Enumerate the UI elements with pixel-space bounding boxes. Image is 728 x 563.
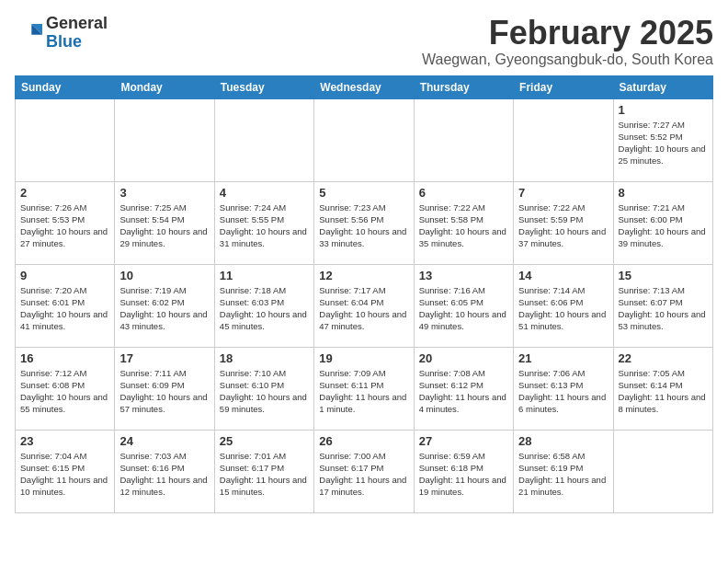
day-info: Sunrise: 7:06 AM Sunset: 6:13 PM Dayligh…	[518, 367, 608, 416]
day-number: 20	[419, 351, 508, 365]
day-info: Sunrise: 7:27 AM Sunset: 5:52 PM Dayligh…	[619, 119, 708, 167]
day-info: Sunrise: 6:59 AM Sunset: 6:18 PM Dayligh…	[419, 450, 508, 499]
day-info: Sunrise: 7:05 AM Sunset: 6:14 PM Dayligh…	[619, 367, 708, 416]
day-cell: 2Sunrise: 7:26 AM Sunset: 5:53 PM Daylig…	[16, 181, 115, 264]
day-info: Sunrise: 7:21 AM Sunset: 6:00 PM Dayligh…	[619, 201, 708, 250]
day-number: 14	[518, 269, 608, 282]
day-info: Sunrise: 7:23 AM Sunset: 5:56 PM Dayligh…	[319, 201, 408, 250]
weekday-header-tuesday: Tuesday	[214, 75, 313, 98]
day-cell: 20Sunrise: 7:08 AM Sunset: 6:12 PM Dayli…	[414, 347, 513, 430]
day-cell: 21Sunrise: 7:06 AM Sunset: 6:13 PM Dayli…	[514, 347, 613, 430]
day-number: 12	[319, 269, 408, 282]
day-info: Sunrise: 7:00 AM Sunset: 6:17 PM Dayligh…	[319, 450, 408, 499]
day-number: 22	[619, 351, 708, 365]
day-cell: 13Sunrise: 7:16 AM Sunset: 6:05 PM Dayli…	[414, 264, 513, 347]
logo: General Blue	[15, 15, 108, 52]
day-cell: 23Sunrise: 7:04 AM Sunset: 6:15 PM Dayli…	[16, 430, 115, 512]
day-info: Sunrise: 7:25 AM Sunset: 5:54 PM Dayligh…	[119, 201, 209, 250]
day-cell: 10Sunrise: 7:19 AM Sunset: 6:02 PM Dayli…	[115, 264, 214, 347]
day-info: Sunrise: 7:20 AM Sunset: 6:01 PM Dayligh…	[20, 284, 109, 333]
day-number: 6	[419, 186, 508, 200]
day-number: 5	[319, 186, 408, 200]
day-cell: 25Sunrise: 7:01 AM Sunset: 6:17 PM Dayli…	[214, 430, 313, 512]
weekday-header-wednesday: Wednesday	[314, 75, 414, 98]
day-cell: 18Sunrise: 7:10 AM Sunset: 6:10 PM Dayli…	[214, 347, 313, 430]
logo-text: General Blue	[46, 15, 108, 52]
day-cell: 9Sunrise: 7:20 AM Sunset: 6:01 PM Daylig…	[16, 264, 115, 347]
day-info: Sunrise: 7:10 AM Sunset: 6:10 PM Dayligh…	[220, 367, 309, 416]
weekday-header-thursday: Thursday	[414, 75, 513, 98]
week-row-1: 1Sunrise: 7:27 AM Sunset: 5:52 PM Daylig…	[16, 98, 713, 181]
day-info: Sunrise: 6:58 AM Sunset: 6:19 PM Dayligh…	[518, 450, 608, 499]
day-number: 7	[518, 186, 608, 200]
day-number: 2	[20, 186, 109, 200]
day-number: 11	[220, 269, 309, 282]
week-row-3: 9Sunrise: 7:20 AM Sunset: 6:01 PM Daylig…	[16, 264, 713, 347]
week-row-4: 16Sunrise: 7:12 AM Sunset: 6:08 PM Dayli…	[16, 347, 713, 430]
day-cell: 1Sunrise: 7:27 AM Sunset: 5:52 PM Daylig…	[613, 98, 712, 181]
day-number: 25	[220, 434, 309, 448]
day-info: Sunrise: 7:16 AM Sunset: 6:05 PM Dayligh…	[419, 284, 508, 333]
logo-general: General	[46, 14, 108, 32]
day-info: Sunrise: 7:19 AM Sunset: 6:02 PM Dayligh…	[119, 284, 209, 333]
day-info: Sunrise: 7:14 AM Sunset: 6:06 PM Dayligh…	[518, 284, 608, 333]
day-cell: 15Sunrise: 7:13 AM Sunset: 6:07 PM Dayli…	[613, 264, 712, 347]
day-cell	[514, 98, 613, 181]
day-info: Sunrise: 7:11 AM Sunset: 6:09 PM Dayligh…	[119, 367, 209, 416]
day-cell	[115, 98, 214, 181]
day-info: Sunrise: 7:04 AM Sunset: 6:15 PM Dayligh…	[20, 450, 109, 499]
weekday-header-sunday: Sunday	[16, 75, 115, 98]
logo-icon	[15, 19, 42, 47]
day-cell: 22Sunrise: 7:05 AM Sunset: 6:14 PM Dayli…	[613, 347, 712, 430]
day-cell: 17Sunrise: 7:11 AM Sunset: 6:09 PM Dayli…	[115, 347, 214, 430]
day-info: Sunrise: 7:22 AM Sunset: 5:58 PM Dayligh…	[419, 201, 508, 250]
day-number: 17	[119, 351, 209, 365]
month-year-title: February 2025	[422, 15, 713, 52]
day-number: 28	[518, 434, 608, 448]
day-cell	[214, 98, 313, 181]
day-info: Sunrise: 7:13 AM Sunset: 6:07 PM Dayligh…	[619, 284, 708, 333]
day-cell: 8Sunrise: 7:21 AM Sunset: 6:00 PM Daylig…	[613, 181, 712, 264]
day-cell: 24Sunrise: 7:03 AM Sunset: 6:16 PM Dayli…	[115, 430, 214, 512]
week-row-2: 2Sunrise: 7:26 AM Sunset: 5:53 PM Daylig…	[16, 181, 713, 264]
weekday-header-monday: Monday	[115, 75, 214, 98]
day-info: Sunrise: 7:01 AM Sunset: 6:17 PM Dayligh…	[220, 450, 309, 499]
day-cell	[16, 98, 115, 181]
day-cell: 16Sunrise: 7:12 AM Sunset: 6:08 PM Dayli…	[16, 347, 115, 430]
day-cell: 5Sunrise: 7:23 AM Sunset: 5:56 PM Daylig…	[314, 181, 414, 264]
day-cell: 19Sunrise: 7:09 AM Sunset: 6:11 PM Dayli…	[314, 347, 414, 430]
day-number: 1	[619, 103, 708, 117]
day-number: 15	[619, 269, 708, 282]
day-number: 18	[220, 351, 309, 365]
calendar-table: SundayMondayTuesdayWednesdayThursdayFrid…	[15, 75, 713, 513]
day-info: Sunrise: 7:26 AM Sunset: 5:53 PM Dayligh…	[20, 201, 109, 250]
day-cell: 4Sunrise: 7:24 AM Sunset: 5:55 PM Daylig…	[214, 181, 313, 264]
day-cell: 26Sunrise: 7:00 AM Sunset: 6:17 PM Dayli…	[314, 430, 414, 512]
weekday-header-friday: Friday	[514, 75, 613, 98]
day-cell: 12Sunrise: 7:17 AM Sunset: 6:04 PM Dayli…	[314, 264, 414, 347]
page-header: General Blue February 2025 Waegwan, Gyeo…	[15, 15, 713, 68]
day-number: 9	[20, 269, 109, 282]
day-cell: 27Sunrise: 6:59 AM Sunset: 6:18 PM Dayli…	[414, 430, 513, 512]
day-number: 8	[619, 186, 708, 200]
day-number: 10	[119, 269, 209, 282]
weekday-header-row: SundayMondayTuesdayWednesdayThursdayFrid…	[16, 75, 713, 98]
day-info: Sunrise: 7:12 AM Sunset: 6:08 PM Dayligh…	[20, 367, 109, 416]
day-cell: 11Sunrise: 7:18 AM Sunset: 6:03 PM Dayli…	[214, 264, 313, 347]
day-number: 4	[220, 186, 309, 200]
day-cell	[613, 430, 712, 512]
day-cell	[314, 98, 414, 181]
day-info: Sunrise: 7:17 AM Sunset: 6:04 PM Dayligh…	[319, 284, 408, 333]
day-number: 16	[20, 351, 109, 365]
title-block: February 2025 Waegwan, Gyeongsangbuk-do,…	[422, 15, 713, 68]
day-cell: 28Sunrise: 6:58 AM Sunset: 6:19 PM Dayli…	[514, 430, 613, 512]
day-cell: 14Sunrise: 7:14 AM Sunset: 6:06 PM Dayli…	[514, 264, 613, 347]
day-info: Sunrise: 7:03 AM Sunset: 6:16 PM Dayligh…	[119, 450, 209, 499]
day-info: Sunrise: 7:08 AM Sunset: 6:12 PM Dayligh…	[419, 367, 508, 416]
day-info: Sunrise: 7:22 AM Sunset: 5:59 PM Dayligh…	[518, 201, 608, 250]
day-number: 26	[319, 434, 408, 448]
logo-blue: Blue	[46, 32, 82, 51]
day-number: 13	[419, 269, 508, 282]
week-row-5: 23Sunrise: 7:04 AM Sunset: 6:15 PM Dayli…	[16, 430, 713, 512]
day-number: 21	[518, 351, 608, 365]
